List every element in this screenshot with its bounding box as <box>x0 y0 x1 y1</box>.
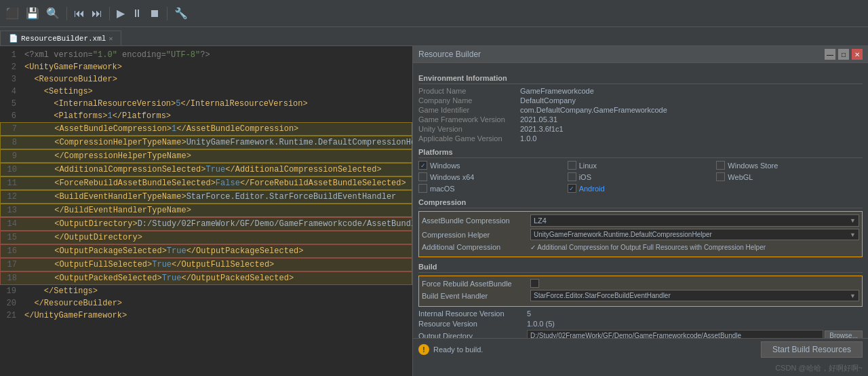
watermark-text: CSDN @哈哈，好啊好啊~ <box>775 363 863 373</box>
compression-helper-value: UnityGameFramework.Runtime.DefaultCompre… <box>534 231 712 238</box>
panel-controls: — □ ✕ <box>825 49 863 60</box>
toolbar-sep-2 <box>109 7 110 20</box>
force-rebuild-checkbox[interactable] <box>530 279 539 288</box>
env-section-title: Environment Information <box>418 74 863 84</box>
resource-builder-panel: Resource Builder — □ ✕ Environment Infor… <box>412 46 868 376</box>
compression-helper-select[interactable]: UnityGameFramework.Runtime.DefaultCompre… <box>530 229 859 240</box>
panel-minimize-btn[interactable]: — <box>825 49 835 60</box>
additional-compression-field: ✓ Additional Compression for Output Full… <box>530 242 859 252</box>
tabbar: 📄 ResourceBuilder.xml ✕ <box>0 27 868 46</box>
event-handler-select[interactable]: StarForce.Editor.StarForceBuildEventHand… <box>530 290 859 301</box>
env-gf-version-label: Game Framework Version <box>418 115 520 124</box>
toolbar-btn-7[interactable]: ⏸ <box>129 6 145 21</box>
code-line-12: 12 <BuildEventHandlerTypeName>StarForce.… <box>0 190 412 204</box>
platform-windows-x64-label: Windows x64 <box>430 173 474 181</box>
status-warning-icon: ! <box>418 344 429 355</box>
code-line-13: 13 </BuildEventHandlerTypeName> <box>0 204 412 217</box>
platforms-grid: ✓ Windows Linux Windows Store Windows x6… <box>418 161 863 193</box>
env-unity-version-label: Unity Version <box>418 125 520 133</box>
platform-windows-x64-check[interactable] <box>418 172 427 181</box>
start-build-button[interactable]: Start Build Resources <box>761 341 863 358</box>
dropdown-arrow-icon-3: ▼ <box>850 293 856 299</box>
platform-windows-store-check[interactable] <box>716 161 725 170</box>
code-editor[interactable]: 1 <?xml version="1.0" encoding="UTF-8"?>… <box>0 46 412 376</box>
code-line-10: 10 <AdditionalCompressionSelected>True</… <box>0 163 412 176</box>
toolbar-sep-1 <box>66 7 67 20</box>
platforms-section-title: Platforms <box>418 148 863 158</box>
dropdown-arrow-icon-2: ▼ <box>850 231 856 238</box>
main-area: 1 <?xml version="1.0" encoding="UTF-8"?>… <box>0 46 868 376</box>
toolbar-btn-3[interactable]: 🔍 <box>43 5 62 21</box>
code-line-4: 4 <Settings> <box>0 86 412 98</box>
internal-version-value: 5 <box>527 309 531 318</box>
platform-windows-store: Windows Store <box>716 161 863 170</box>
toolbar-btn-8[interactable]: ⏹ <box>146 6 163 21</box>
env-unity-version-row: Unity Version 2021.3.6f1c1 <box>418 125 863 133</box>
code-line-21: 21 </UnityGameFramework> <box>0 309 412 322</box>
env-company-value: DefaultCompany <box>520 96 576 105</box>
additional-compression-label: Additional Compression <box>422 243 530 251</box>
env-unity-version-value: 2021.3.6f1c1 <box>520 125 564 133</box>
platform-ios-label: iOS <box>579 173 591 181</box>
toolbar-btn-2[interactable]: 💾 <box>23 5 42 21</box>
compression-helper-dropdown[interactable]: UnityGameFramework.Runtime.DefaultCompre… <box>530 229 859 240</box>
build-box: Force Rebuild AssetBundle Build Event Ha… <box>418 276 863 307</box>
toolbar-sep-3 <box>167 7 167 20</box>
platform-ios-check[interactable] <box>568 172 576 181</box>
status-text: Ready to build. <box>433 345 483 354</box>
platform-linux-label: Linux <box>579 162 597 170</box>
env-game-id-value: com.DefaultCompany.GameFrameworkcode <box>520 106 667 114</box>
env-company-row: Company Name DefaultCompany <box>418 96 863 105</box>
code-line-11: 11 <ForceRebuildAssetBundleSelected>Fals… <box>0 176 412 190</box>
panel-maximize-btn[interactable]: □ <box>838 49 849 60</box>
env-game-id-label: Game Identifier <box>418 106 520 114</box>
code-line-15: 15 </OutputDirectory> <box>0 231 412 244</box>
assetbundle-compression-row: AssetBundle Compression LZ4 ▼ <box>422 214 859 227</box>
resource-version-label: Resource Version <box>418 320 527 328</box>
platform-webgl-check[interactable] <box>716 172 725 181</box>
platform-macos: macOS <box>418 184 565 193</box>
toolbar-btn-6[interactable]: ▶ <box>114 5 127 21</box>
tab-close-btn[interactable]: ✕ <box>108 35 113 43</box>
platform-android: ✓ Android <box>568 184 714 193</box>
tab-resourcebuilder[interactable]: 📄 ResourceBuilder.xml ✕ <box>0 31 121 45</box>
env-app-version-label: Applicable Game Version <box>418 134 520 143</box>
code-line-19: 19 </Settings> <box>0 285 412 297</box>
assetbundle-compression-value: LZ4 <box>534 217 547 225</box>
env-company-label: Company Name <box>418 96 520 105</box>
event-handler-row: Build Event Handler StarForce.Editor.Sta… <box>422 290 859 301</box>
output-dir-browse-btn[interactable]: Browse... <box>825 331 863 338</box>
resource-version-value: 1.0.0 (5) <box>527 320 555 328</box>
code-line-16: 16 <OutputPackageSelected>True</OutputPa… <box>0 244 412 258</box>
compression-helper-row: Compression Helper UnityGameFramework.Ru… <box>422 229 859 240</box>
platform-android-label: Android <box>579 185 605 193</box>
compression-helper-label: Compression Helper <box>422 231 530 239</box>
toolbar-btn-9[interactable]: 🔧 <box>172 5 191 21</box>
output-dir-row: Output Directory D:/Study/02FrameWork/GF… <box>418 330 863 338</box>
internal-version-row: Internal Resource Version 5 <box>418 309 863 318</box>
code-line-20: 20 </ResourceBuilder> <box>0 297 412 309</box>
toolbar-btn-4[interactable]: ⏮ <box>71 6 87 21</box>
force-rebuild-label: Force Rebuild AssetBundle <box>422 280 530 288</box>
platform-windows-label: Windows <box>430 162 460 170</box>
platform-macos-check[interactable] <box>418 184 427 193</box>
platform-windows-check[interactable]: ✓ <box>418 161 427 170</box>
assetbundle-compression-dropdown[interactable]: LZ4 ▼ <box>530 214 859 227</box>
platform-ios: iOS <box>568 172 714 181</box>
panel-close-btn[interactable]: ✕ <box>852 49 863 60</box>
compression-box: AssetBundle Compression LZ4 ▼ Compressio… <box>418 211 863 257</box>
internal-version-label: Internal Resource Version <box>418 309 527 318</box>
code-line-2: 2 <UnityGameFramework> <box>0 61 412 73</box>
dropdown-arrow-icon: ▼ <box>850 217 856 224</box>
toolbar-btn-5[interactable]: ⏭ <box>89 6 105 21</box>
code-line-14: 14 <OutputDirectory>D:/Study/02FrameWork… <box>0 217 412 231</box>
assetbundle-compression-select[interactable]: LZ4 ▼ <box>530 214 859 227</box>
additional-compression-row: Additional Compression ✓ Additional Comp… <box>422 242 859 252</box>
event-handler-dropdown[interactable]: StarForce.Editor.StarForceBuildEventHand… <box>530 290 859 301</box>
code-line-7: 7 <AssetBundleCompression>1</AssetBundle… <box>0 122 412 136</box>
toolbar-btn-1[interactable]: ⬛ <box>3 5 22 21</box>
platform-android-check[interactable]: ✓ <box>568 184 576 193</box>
platform-linux-check[interactable] <box>568 161 576 170</box>
code-line-8: 8 <CompressionHelperTypeName>UnityGameFr… <box>0 136 412 149</box>
env-game-id-row: Game Identifier com.DefaultCompany.GameF… <box>418 106 863 114</box>
